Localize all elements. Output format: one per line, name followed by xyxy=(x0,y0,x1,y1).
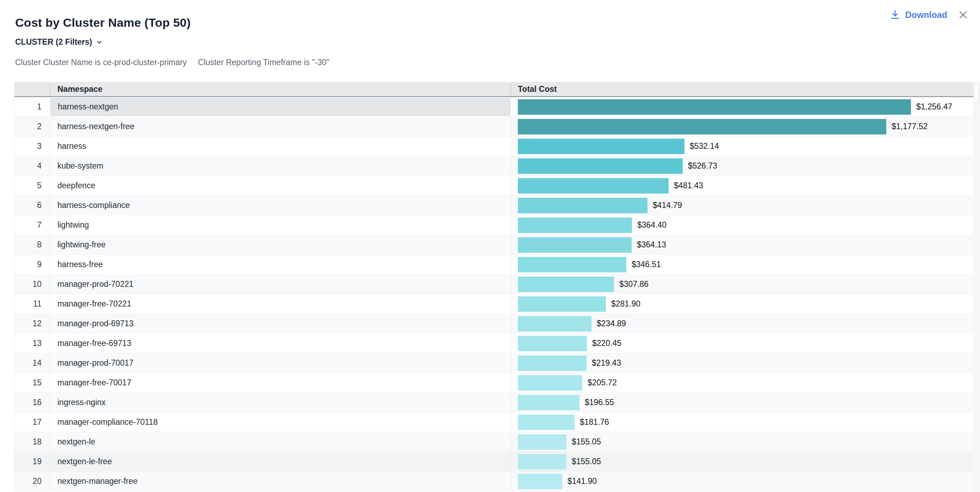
table-row[interactable]: 4 kube-system $526.73 xyxy=(14,156,973,176)
total-cost-cell[interactable]: $1,256.47 xyxy=(511,97,973,116)
namespace-cell[interactable]: harness xyxy=(50,136,511,156)
total-cost-cell[interactable]: $141.90 xyxy=(511,471,973,491)
chevron-down-icon xyxy=(95,38,103,46)
namespace-cell[interactable]: lightwing xyxy=(50,215,511,235)
namespace-cell[interactable]: nextgen-le-free xyxy=(50,452,511,471)
namespace-cell[interactable]: manager-prod-69713 xyxy=(50,314,511,333)
cost-value: $196.55 xyxy=(585,398,614,407)
row-rank: 4 xyxy=(14,156,50,176)
table-row[interactable]: 6 harness-compliance $414.79 xyxy=(14,196,973,215)
table-row[interactable]: 17 manager-compliance-70118 $181.76 xyxy=(14,413,973,432)
row-rank: 1 xyxy=(14,97,50,116)
header-cell-namespace[interactable]: Namespace xyxy=(50,82,511,96)
namespace-cell[interactable]: manager-prod-70017 xyxy=(50,353,511,373)
row-rank: 10 xyxy=(14,275,50,294)
total-cost-cell[interactable]: $155.05 xyxy=(511,452,973,471)
cost-value: $219.43 xyxy=(592,358,621,368)
total-cost-cell[interactable]: $307.86 xyxy=(511,275,973,294)
namespace-cell[interactable]: kube-system xyxy=(50,156,511,176)
close-button[interactable] xyxy=(958,10,968,20)
table-row[interactable]: 1 harness-nextgen $1,256.47 xyxy=(14,97,973,117)
total-cost-cell[interactable]: $220.45 xyxy=(511,333,973,353)
total-cost-cell[interactable]: $196.55 xyxy=(511,393,973,412)
header-cell-total-cost[interactable]: Total Cost xyxy=(511,82,973,96)
filter-group-toggle[interactable]: CLUSTER (2 Filters) xyxy=(15,37,103,47)
cost-value: $205.72 xyxy=(587,378,617,387)
table-row[interactable]: 19 nextgen-le-free $155.05 xyxy=(14,452,973,471)
namespace-cell[interactable]: manager-free-69713 xyxy=(50,333,511,353)
namespace-label: deepfence xyxy=(57,181,95,190)
namespace-cell[interactable]: nextgen-le xyxy=(50,432,511,452)
total-cost-cell[interactable]: $364.13 xyxy=(511,235,973,254)
total-cost-cell[interactable]: $532.14 xyxy=(511,136,973,156)
cost-value: $481.43 xyxy=(674,181,703,190)
table-row[interactable]: 10 manager-prod-70221 $307.86 xyxy=(14,275,973,294)
namespace-label: harness-free xyxy=(57,260,103,269)
row-rank: 16 xyxy=(14,393,50,412)
cost-value: $364.40 xyxy=(637,220,667,230)
table-row[interactable]: 14 manager-prod-70017 $219.43 xyxy=(14,353,973,373)
namespace-cell[interactable]: lightwing-free xyxy=(50,235,511,254)
cost-value: $220.45 xyxy=(592,338,621,348)
table-header-row: Namespace Total Cost xyxy=(14,82,973,97)
total-cost-cell[interactable]: $234.89 xyxy=(511,314,973,333)
namespace-cell[interactable]: deepfence xyxy=(50,176,511,195)
cost-bar xyxy=(518,375,582,390)
download-button[interactable]: Download xyxy=(889,9,947,21)
table-row[interactable]: 3 harness $532.14 xyxy=(14,136,973,156)
table-row[interactable]: 13 manager-free-69713 $220.45 xyxy=(14,333,973,353)
table-row[interactable]: 20 nextgen-manager-free $141.90 xyxy=(14,471,973,491)
namespace-cell[interactable]: manager-free-70017 xyxy=(50,373,511,392)
namespace-cell[interactable]: harness-nextgen-free xyxy=(50,117,511,136)
namespace-cell[interactable]: manager-compliance-70118 xyxy=(50,413,511,432)
table-row[interactable]: 15 manager-free-70017 $205.72 xyxy=(14,373,973,393)
table-row[interactable]: 5 deepfence $481.43 xyxy=(14,176,973,196)
table-row[interactable]: 18 nextgen-le $155.05 xyxy=(14,432,973,452)
namespace-label: harness xyxy=(57,141,86,151)
vertical-scrollbar[interactable] xyxy=(973,82,980,492)
cost-bar xyxy=(518,119,886,135)
total-cost-cell[interactable]: $219.43 xyxy=(511,353,973,373)
total-cost-cell[interactable]: $281.90 xyxy=(511,294,973,314)
scrollbar-thumb[interactable] xyxy=(974,84,978,103)
row-rank: 20 xyxy=(14,471,50,491)
namespace-label: nextgen-manager-free xyxy=(57,476,138,486)
namespace-label: harness-compliance xyxy=(57,201,130,210)
table-row[interactable]: 9 harness-free $346.51 xyxy=(14,255,973,275)
table-row[interactable]: 2 harness-nextgen-free $1,177.52 xyxy=(14,117,973,136)
total-cost-cell[interactable]: $205.72 xyxy=(511,373,973,392)
total-cost-cell[interactable]: $414.79 xyxy=(511,196,973,215)
cost-table: Namespace Total Cost 1 harness-nextgen $… xyxy=(14,82,973,491)
namespace-cell[interactable]: harness-compliance xyxy=(50,196,511,215)
cost-bar xyxy=(518,257,626,272)
total-cost-cell[interactable]: $181.76 xyxy=(511,413,973,432)
row-rank: 14 xyxy=(14,353,50,373)
total-cost-cell[interactable]: $526.73 xyxy=(511,156,973,176)
table-row[interactable]: 8 lightwing-free $364.13 xyxy=(14,235,973,255)
table-row[interactable]: 7 lightwing $364.40 xyxy=(14,215,973,235)
total-cost-cell[interactable]: $346.51 xyxy=(511,255,973,274)
namespace-cell[interactable]: harness-free xyxy=(50,255,511,274)
total-cost-cell[interactable]: $364.40 xyxy=(511,215,973,235)
namespace-cell[interactable]: ingress-nginx xyxy=(50,393,511,412)
table-row[interactable]: 11 manager-free-70221 $281.90 xyxy=(14,294,973,314)
namespace-cell[interactable]: manager-free-70221 xyxy=(50,294,511,314)
total-cost-cell[interactable]: $481.43 xyxy=(511,176,973,195)
cost-bar xyxy=(518,178,668,194)
namespace-cell[interactable]: harness-nextgen xyxy=(50,97,511,116)
table-row[interactable]: 12 manager-prod-69713 $234.89 xyxy=(14,314,973,333)
cost-value: $1,177.52 xyxy=(892,122,928,131)
table-row[interactable]: 16 ingress-nginx $196.55 xyxy=(14,393,973,413)
close-icon xyxy=(958,10,968,20)
row-rank: 15 xyxy=(14,373,50,392)
namespace-cell[interactable]: manager-prod-70221 xyxy=(50,275,511,294)
total-cost-cell[interactable]: $155.05 xyxy=(511,432,973,452)
row-rank: 11 xyxy=(14,294,50,314)
namespace-cell[interactable]: nextgen-manager-free xyxy=(50,471,511,491)
namespace-label: harness-nextgen-free xyxy=(57,122,135,131)
total-cost-cell[interactable]: $1,177.52 xyxy=(511,117,973,136)
cost-value: $155.05 xyxy=(572,457,601,466)
namespace-label: manager-prod-70221 xyxy=(57,279,134,289)
header-actions: Download xyxy=(889,9,968,21)
namespace-label: manager-free-70017 xyxy=(57,378,131,387)
